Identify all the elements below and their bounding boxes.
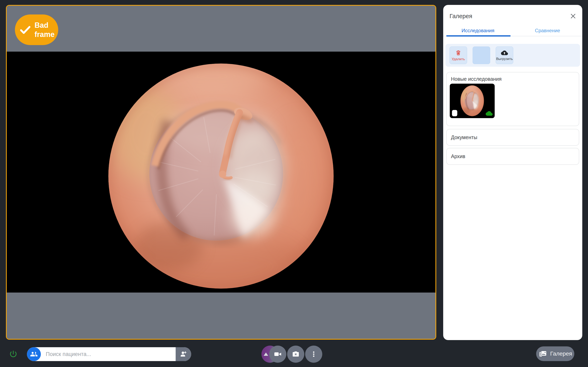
documents-title: Документы [451,134,477,140]
take-photo-button[interactable] [287,346,304,363]
delete-label: Удалить [452,57,465,61]
blank-button[interactable] [473,47,490,64]
record-video-button[interactable] [269,346,286,363]
letterbox-bottom [7,292,435,339]
upload-label: Выгрузить [496,57,513,61]
new-studies-card: Новые исследования [446,72,579,126]
close-icon[interactable] [569,12,577,20]
documents-card[interactable]: Документы [446,129,579,146]
upload-button[interactable]: Выгрузить [496,47,513,64]
chevron-up-icon [264,352,268,356]
thumbnail-checkbox[interactable] [452,110,457,116]
study-thumbnail[interactable] [450,84,495,118]
active-tab-indicator [446,35,510,36]
gallery-toolbar: Удалить Выгрузить [445,44,580,67]
tab-comparison[interactable]: Сравнение [513,25,582,36]
patients-icon [27,347,41,361]
letterbox-top [7,6,435,52]
gallery-panel-title: Галерея [450,13,472,20]
gallery-panel: Галерея Исследования Сравнение Удалить [443,5,582,340]
bad-frame-badge: Bad frame [15,15,58,45]
gallery-button[interactable]: Галерея [536,346,574,361]
patient-search [27,347,191,361]
tab-studies[interactable]: Исследования [443,25,513,36]
person-add-icon [179,350,188,358]
kebab-menu-icon [310,350,317,358]
cloud-upload-icon [501,50,508,56]
gallery-tabs: Исследования Сравнение [443,25,582,36]
check-icon [18,23,32,36]
gallery-icon [538,350,548,358]
archive-card[interactable]: Архив [446,148,579,165]
delete-button[interactable]: Удалить [450,47,467,64]
more-options-button[interactable] [305,346,322,363]
video-viewport: Bad frame [6,5,436,340]
endoscope-video-image [108,63,334,289]
camera-icon [292,350,300,358]
new-studies-title: Новые исследования [451,76,502,82]
power-icon[interactable] [9,350,17,358]
trash-icon [455,50,462,56]
videocam-icon [274,350,282,359]
cloud-synced-icon [486,110,493,117]
gallery-button-label: Галерея [550,350,572,357]
search-input[interactable] [41,347,176,361]
study-thumbnail-image [460,85,484,116]
add-patient-button[interactable] [176,347,191,361]
archive-title: Архив [451,153,465,159]
bad-frame-label: Bad frame [35,21,58,39]
